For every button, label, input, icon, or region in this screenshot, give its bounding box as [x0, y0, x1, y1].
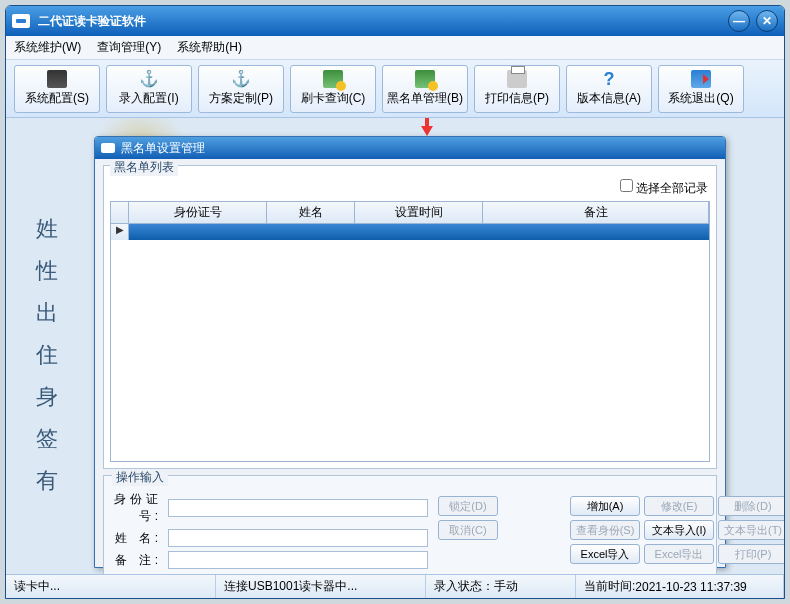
col-name[interactable]: 姓名: [267, 202, 355, 223]
exit-icon: [691, 70, 711, 88]
btn-col-inner: 锁定(D) 取消(C): [438, 496, 562, 564]
grid-header: 身份证号 姓名 设置时间 备注: [110, 201, 710, 224]
btn-lock: 锁定(D): [438, 496, 498, 516]
titlebar: 二代证读卡验证软件 — ✕: [6, 6, 784, 36]
list-legend: 黑名单列表: [110, 159, 178, 176]
bg-chars: 姓 性 出 住 身 签 有: [36, 208, 60, 502]
dialog-icon: [101, 143, 115, 153]
btn-viewid: 查看身份(S): [570, 520, 640, 540]
input-name[interactable]: [168, 529, 428, 547]
btn-excelimport[interactable]: Excel导入: [570, 544, 640, 564]
btn-delete: 删除(D): [718, 496, 784, 516]
tb-version[interactable]: ?版本信息(A): [566, 65, 652, 113]
btn-add[interactable]: 增加(A): [570, 496, 640, 516]
toolbar: 系统配置(S) ⚓录入配置(I) ⚓方案定制(P) 刷卡查询(C) 黑名单管理(…: [6, 60, 784, 118]
app-title: 二代证读卡验证软件: [38, 13, 722, 30]
table-row[interactable]: ▶: [111, 224, 709, 240]
status-reader: 读卡中...: [6, 575, 216, 598]
menu-maintain[interactable]: 系统维护(W): [14, 39, 81, 56]
form-fields: 身份证号: 姓 名: 备 注:: [112, 491, 428, 569]
anchor-icon: ⚓: [231, 70, 251, 88]
minimize-button[interactable]: —: [728, 10, 750, 32]
tb-plan[interactable]: ⚓方案定制(P): [198, 65, 284, 113]
info-icon: ?: [599, 70, 619, 88]
tb-cardquery[interactable]: 刷卡查询(C): [290, 65, 376, 113]
btn-modify: 修改(E): [644, 496, 714, 516]
grid-body[interactable]: ▶: [110, 224, 710, 462]
status-time: 当前时间:2021-10-23 11:37:39: [576, 575, 784, 598]
status-conn: 连接USB1001读卡器中...: [216, 575, 426, 598]
tb-blacklist[interactable]: 黑名单管理(B): [382, 65, 468, 113]
row-marker-icon: ▶: [111, 224, 129, 240]
main-window: 二代证读卡验证软件 — ✕ 系统维护(W) 查询管理(Y) 系统帮助(H) 系统…: [5, 5, 785, 599]
btn-txtexport: 文本导出(T): [718, 520, 784, 540]
btn-print: 打印(P): [718, 544, 784, 564]
menu-help[interactable]: 系统帮助(H): [177, 39, 242, 56]
dialog-body: 黑名单列表 选择全部记录 身份证号 姓名 设置时间 备注: [95, 159, 725, 574]
input-note[interactable]: [168, 551, 428, 569]
dialog-titlebar: 黑名单设置管理: [95, 137, 725, 159]
blacklist-dialog: 黑名单设置管理 黑名单列表 选择全部记录 身份证号 姓名 设置时间: [94, 136, 726, 568]
btn-col-right: 增加(A) 修改(E) 删除(D) 查看身份(S) 文本导入(I) 文本导出(T…: [570, 496, 784, 564]
label-note: 备 注:: [112, 552, 168, 569]
tb-sysconfig[interactable]: 系统配置(S): [14, 65, 100, 113]
label-id: 身份证号:: [112, 491, 168, 525]
list-group: 黑名单列表 选择全部记录 身份证号 姓名 设置时间 备注: [103, 165, 717, 469]
col-id[interactable]: 身份证号: [129, 202, 267, 223]
grid-icon: [323, 70, 343, 88]
app-icon: [12, 14, 30, 28]
tb-exit[interactable]: 系统退出(Q): [658, 65, 744, 113]
select-all-input[interactable]: [620, 179, 633, 192]
menubar: 系统维护(W) 查询管理(Y) 系统帮助(H): [6, 36, 784, 60]
grid-icon: [415, 70, 435, 88]
btn-cancel: 取消(C): [438, 520, 498, 540]
col-note[interactable]: 备注: [483, 202, 709, 223]
btn-excelexport: Excel导出: [644, 544, 714, 564]
col-marker: [111, 202, 129, 223]
btn-txtimport[interactable]: 文本导入(I): [644, 520, 714, 540]
col-time[interactable]: 设置时间: [355, 202, 483, 223]
ops-group: 操作输入 身份证号: 姓 名: 备 注: 锁定(D): [103, 475, 717, 574]
statusbar: 读卡中... 连接USB1001读卡器中... 录入状态：手动 当前时间:202…: [6, 574, 784, 598]
dialog-title: 黑名单设置管理: [121, 140, 205, 157]
tb-print[interactable]: 打印信息(P): [474, 65, 560, 113]
close-button[interactable]: ✕: [756, 10, 778, 32]
tb-inputconfig[interactable]: ⚓录入配置(I): [106, 65, 192, 113]
menu-query[interactable]: 查询管理(Y): [97, 39, 161, 56]
content-area: 姓 性 出 住 身 签 有 黑名单设置管理 黑名单列表 选择全部记录 身份: [6, 118, 784, 574]
select-all-checkbox[interactable]: 选择全部记录: [620, 181, 708, 195]
label-name: 姓 名:: [112, 530, 168, 547]
anchor-icon: ⚓: [139, 70, 159, 88]
printer-icon: [507, 70, 527, 88]
input-id[interactable]: [168, 499, 428, 517]
status-mode: 录入状态：手动: [426, 575, 576, 598]
ops-legend: 操作输入: [112, 469, 168, 486]
keyboard-icon: [47, 70, 67, 88]
